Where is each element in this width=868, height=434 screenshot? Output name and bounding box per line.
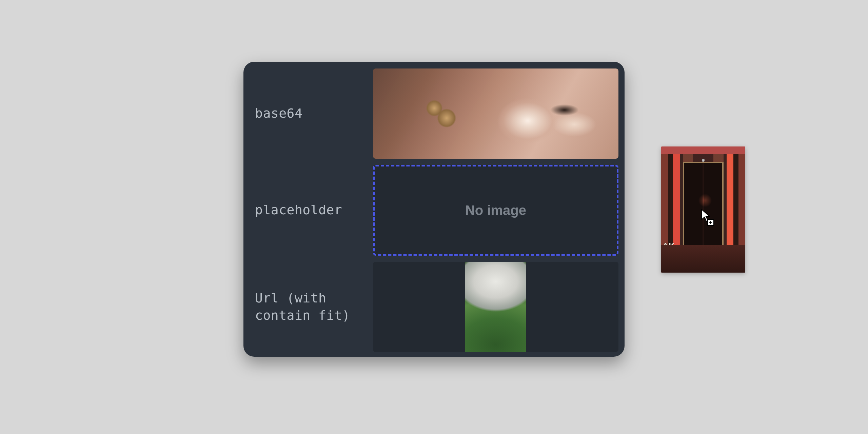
row-label: base64 <box>250 105 365 122</box>
row-url-contain: Url (with contain fit) <box>250 262 618 352</box>
stage: base64 placeholder No image Url (with co… <box>0 0 868 434</box>
portrait-image <box>373 68 618 159</box>
row-base64: base64 <box>250 68 618 159</box>
graffiti-text: AK <box>663 241 675 251</box>
image-demo-panel: base64 placeholder No image Url (with co… <box>243 62 625 357</box>
image-dropzone[interactable]: No image <box>373 165 618 256</box>
landscape-image <box>465 262 526 352</box>
row-label: placeholder <box>250 201 365 219</box>
row-label: Url (with contain fit) <box>250 290 365 324</box>
image-preview-url[interactable] <box>373 262 618 352</box>
placeholder-text: No image <box>465 203 526 218</box>
row-placeholder: placeholder No image <box>250 165 618 256</box>
drag-ghost-thumbnail[interactable]: AK <box>661 146 745 273</box>
image-preview-base64[interactable] <box>373 68 618 159</box>
